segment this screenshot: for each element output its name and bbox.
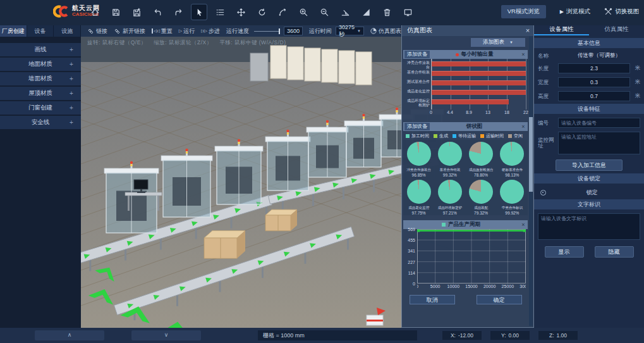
device-code-input[interactable] bbox=[558, 118, 640, 128]
zoom-out-icon[interactable] bbox=[317, 4, 332, 20]
coord-Z[interactable]: Z:1.00 bbox=[538, 331, 578, 340]
list-icon[interactable] bbox=[212, 4, 228, 20]
tab-仿真属性[interactable]: 仿真属性 bbox=[589, 24, 644, 35]
reset-icon: ◁◁ bbox=[152, 28, 159, 34]
layer-up-button[interactable]: ∧ bbox=[35, 330, 104, 340]
sidebar-item-屋顶材质[interactable]: 屋顶材质+ bbox=[0, 87, 81, 100]
select-cursor-icon[interactable] bbox=[191, 4, 207, 20]
sidebar-menu: 画线+地面材质+墙面材质+屋顶材质+门窗创建+安全线+ bbox=[0, 43, 81, 129]
expand-plus-icon[interactable]: + bbox=[70, 46, 81, 53]
redo-icon[interactable] bbox=[171, 4, 186, 20]
bar-chart-close-icon[interactable]: × bbox=[519, 51, 528, 58]
expand-plus-icon[interactable]: + bbox=[70, 119, 81, 126]
coord-X[interactable]: X:-12.00 bbox=[442, 331, 482, 340]
step-button[interactable]: ▷▷ 步进 bbox=[201, 27, 220, 35]
slider-thumb[interactable] bbox=[279, 28, 280, 34]
home-icon[interactable] bbox=[87, 4, 102, 20]
vr-mode-button[interactable]: VR模式浏览 bbox=[501, 5, 546, 18]
new-link-button[interactable]: 新开链接 bbox=[114, 27, 145, 35]
lock-radio[interactable] bbox=[540, 190, 546, 196]
length-input[interactable]: 2.3 bbox=[558, 63, 630, 73]
layer-down-button[interactable]: ∨ bbox=[131, 330, 201, 340]
add-device-button[interactable]: 添加设备 bbox=[404, 51, 430, 58]
app-window: 航天云网 CASICloud VR模式浏览 ▶ bbox=[0, 0, 644, 343]
angle-measure-icon[interactable] bbox=[337, 4, 353, 20]
save-as-icon[interactable] bbox=[129, 4, 144, 20]
section-basic-info: 基本信息 bbox=[534, 38, 644, 48]
scrollbar-thumb[interactable] bbox=[529, 117, 533, 192]
legend-item-加工时间: 加工时间 bbox=[406, 133, 429, 139]
speed-value-input[interactable]: 3600 bbox=[284, 27, 303, 35]
line-y-tick: 114 bbox=[403, 270, 415, 275]
height-input[interactable]: 0.7 bbox=[558, 91, 630, 101]
line-chart-close-icon[interactable]: × bbox=[519, 221, 528, 228]
dialog-close-icon[interactable]: × bbox=[522, 27, 533, 34]
tab-设备[interactable]: 设备 bbox=[27, 25, 54, 37]
coord-Y[interactable]: Y:0.00 bbox=[490, 331, 530, 340]
width-label: 宽度 bbox=[538, 80, 556, 85]
import-process-button[interactable]: 导入加工信息 bbox=[556, 159, 623, 171]
machine[interactable] bbox=[161, 149, 212, 217]
area-measure-icon[interactable] bbox=[358, 4, 374, 20]
show-button[interactable]: 显示 bbox=[545, 246, 584, 258]
expand-plus-icon[interactable]: + bbox=[70, 75, 81, 82]
move-icon[interactable] bbox=[233, 4, 248, 20]
rotate-icon[interactable] bbox=[254, 4, 269, 20]
zoom-in-icon[interactable] bbox=[296, 4, 311, 20]
expand-plus-icon[interactable]: + bbox=[70, 104, 81, 111]
tab-设施[interactable]: 设施 bbox=[54, 25, 81, 37]
machine[interactable] bbox=[344, 114, 383, 167]
sidebar-item-安全线[interactable]: 安全线+ bbox=[0, 116, 81, 129]
orbit-icon[interactable] bbox=[275, 4, 290, 20]
line-x-tick: 5000 bbox=[430, 284, 440, 289]
bar-value bbox=[432, 90, 526, 95]
sidebar-item-画线[interactable]: 画线+ bbox=[0, 43, 81, 56]
sidebar-item-地面材质[interactable]: 地面材质+ bbox=[0, 58, 81, 71]
pie-chart-基准合件组装: 基准合件组装99.32% bbox=[434, 142, 465, 177]
pie-label: 硬标基准合件 bbox=[497, 168, 528, 172]
browse-mode-button[interactable]: ▶ 浏览模式 bbox=[560, 8, 590, 16]
width-input[interactable]: 0.3 bbox=[558, 77, 630, 87]
run-speed-slider[interactable] bbox=[254, 28, 280, 34]
run-time-dropdown[interactable]: 30275秒 ▼ bbox=[336, 27, 364, 35]
link-button[interactable]: 链接 bbox=[87, 27, 107, 35]
run-button[interactable]: ▷ 运行 bbox=[179, 27, 195, 35]
machine[interactable] bbox=[104, 161, 159, 233]
pie-percentage: 78.80% bbox=[466, 173, 497, 177]
line-plot: 5694553412271140 bbox=[417, 229, 526, 284]
screen-icon[interactable] bbox=[400, 4, 415, 20]
length-unit: 米 bbox=[633, 65, 640, 72]
expand-plus-icon[interactable]: + bbox=[70, 61, 81, 68]
reset-button[interactable]: ◁◁ 重置 bbox=[152, 27, 173, 35]
chevron-down-icon: ▼ bbox=[357, 29, 361, 33]
sidebar-item-门窗创建[interactable]: 门窗创建+ bbox=[0, 101, 81, 115]
save-icon[interactable] bbox=[108, 4, 123, 20]
dialog-title: 仿真图表 bbox=[402, 26, 522, 35]
switch-view-button[interactable]: 切换视图 bbox=[604, 8, 639, 16]
sidebar-item-墙面材质[interactable]: 墙面材质+ bbox=[0, 72, 81, 85]
bar-value bbox=[432, 80, 526, 85]
pie-chart-close-icon[interactable]: × bbox=[519, 123, 528, 130]
add-device-button[interactable]: 添加设备 bbox=[404, 123, 430, 130]
machine[interactable] bbox=[307, 120, 348, 177]
device-properties-panel: 设备属性仿真属性 基本信息 名称 传送带（可调整） 长度 2.3 米 宽度 0.… bbox=[534, 24, 644, 328]
dialog-titlebar[interactable]: 仿真图表 × bbox=[402, 25, 533, 36]
monitor-url-input[interactable] bbox=[558, 132, 640, 154]
text-mark-input[interactable] bbox=[538, 213, 640, 240]
run-time-value: 30275秒 bbox=[339, 24, 355, 39]
tab-厂房创建[interactable]: 厂房创建 bbox=[0, 25, 27, 37]
expand-plus-icon[interactable]: + bbox=[70, 90, 81, 97]
machine[interactable] bbox=[215, 139, 263, 204]
confirm-button[interactable]: 确定 bbox=[477, 295, 522, 304]
cancel-button[interactable]: 取消 bbox=[410, 295, 455, 304]
machine[interactable] bbox=[265, 130, 310, 190]
tab-设备属性[interactable]: 设备属性 bbox=[534, 24, 589, 35]
delete-icon[interactable] bbox=[379, 4, 394, 20]
undo-icon[interactable] bbox=[150, 4, 165, 20]
dialog-scrollbar[interactable] bbox=[529, 36, 533, 326]
line-chart-panel: 产品生产周期 × 5694553412271140 05000100001500… bbox=[403, 220, 528, 290]
sim-chart-button[interactable]: 仿真图表 bbox=[370, 27, 401, 35]
add-chart-dropdown[interactable]: 添加图表 ▼ bbox=[471, 38, 525, 47]
hide-button[interactable]: 隐藏 bbox=[595, 246, 634, 258]
bar-gridline bbox=[526, 59, 526, 109]
